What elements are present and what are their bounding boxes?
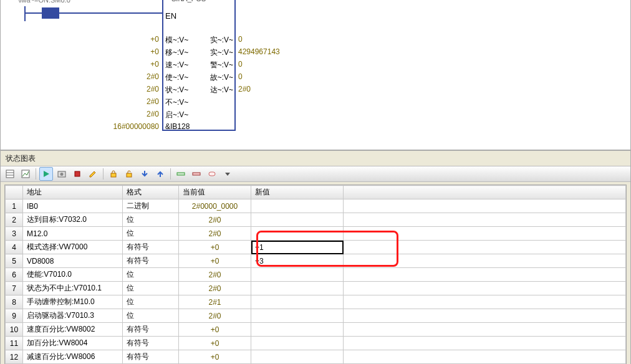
cell-address[interactable]: 减速百分比:VW8006: [23, 350, 123, 364]
contact-open[interactable]: [42, 7, 59, 19]
toolbar-btn-unlock[interactable]: [122, 167, 136, 181]
table-row[interactable]: 9启动驱动器:V7010.3位2#0: [6, 309, 626, 323]
toolbar-btn-delete-row[interactable]: [190, 167, 203, 181]
cell-address[interactable]: 加百分比:VW8004: [23, 337, 123, 350]
cell-new-value[interactable]: [251, 350, 344, 364]
cell-new-value[interactable]: [251, 213, 344, 227]
row-header[interactable]: 7: [6, 282, 23, 295]
toolbar-btn-write-all[interactable]: [138, 167, 152, 181]
cell-format[interactable]: 有符号: [123, 241, 179, 254]
fb-in-val: +0: [125, 60, 159, 69]
col-header-currentvalue[interactable]: 当前值: [179, 186, 251, 199]
row-header[interactable]: 2: [6, 213, 23, 227]
cell-format[interactable]: 位: [123, 227, 179, 241]
row-header[interactable]: 9: [6, 309, 23, 323]
cell-blank: [344, 227, 626, 241]
table-row[interactable]: 1IB0二进制2#0000_0000: [6, 199, 626, 213]
cell-address[interactable]: 速度百分比:VW8002: [23, 323, 123, 337]
col-header-newvalue[interactable]: 新值: [251, 186, 344, 199]
cell-format[interactable]: 有符号: [123, 254, 179, 268]
table-row[interactable]: 2达到目标:V7032.0位2#0: [6, 213, 626, 227]
cell-address[interactable]: 手动缠带控制:M10.0: [23, 295, 123, 309]
cell-address[interactable]: 使能:V7010.0: [23, 268, 123, 282]
row-header[interactable]: 3: [6, 227, 23, 241]
cell-format[interactable]: 位: [123, 213, 179, 227]
cell-blank: [344, 254, 626, 268]
svg-rect-0: [6, 170, 14, 178]
svg-marker-8: [90, 171, 95, 177]
svg-marker-4: [44, 171, 49, 177]
cell-address[interactable]: 模式选择:VW7000: [23, 241, 123, 254]
toolbar-btn-monitor[interactable]: [39, 167, 53, 181]
cell-new-value[interactable]: [251, 227, 344, 241]
cell-new-value[interactable]: +1: [251, 241, 344, 254]
cell-address[interactable]: 启动驱动器:V7010.3: [23, 309, 123, 323]
cell-format[interactable]: 有符号: [123, 337, 179, 350]
cell-format[interactable]: 有符号: [123, 323, 179, 337]
status-chart-title: 状态图表: [1, 151, 630, 166]
svg-point-6: [60, 173, 64, 176]
svg-rect-9: [111, 173, 116, 177]
ladder-scroll[interactable]: \lwa~=ON:SM0.0 SINA_POS EN +0 模~:V~ +0 移…: [1, 0, 630, 150]
table-row[interactable]: 8手动缠带控制:M10.0位2#1: [6, 295, 626, 309]
wire: [59, 12, 162, 14]
table-row[interactable]: 4模式选择:VW7000有符号+0+1: [6, 241, 626, 254]
row-header[interactable]: 8: [6, 295, 23, 309]
table-row[interactable]: 10速度百分比:VW8002有符号+0: [6, 323, 626, 337]
row-header[interactable]: 5: [6, 254, 23, 268]
status-toolbar: [1, 166, 630, 182]
toolbar-btn-trend-view[interactable]: [19, 167, 32, 181]
table-row[interactable]: 12减速百分比:VW8006有符号+0: [6, 350, 626, 364]
toolbar-btn-read-all[interactable]: [153, 167, 167, 181]
row-header[interactable]: 10: [6, 323, 23, 337]
table-row[interactable]: 3M12.0位2#0: [6, 227, 626, 241]
cell-format[interactable]: 位: [123, 282, 179, 295]
row-header[interactable]: 6: [6, 268, 23, 282]
cell-new-value[interactable]: [251, 199, 344, 213]
toolbar-btn-snapshot[interactable]: [55, 167, 69, 181]
cell-new-value[interactable]: [251, 309, 344, 323]
cell-new-value[interactable]: [251, 282, 344, 295]
fb-out-val: 4294967143: [238, 47, 280, 56]
cell-format[interactable]: 位: [123, 309, 179, 323]
toolbar-btn-lock[interactable]: [107, 167, 120, 181]
grid-corner[interactable]: [6, 186, 23, 199]
row-header[interactable]: 4: [6, 241, 23, 254]
cell-blank: [344, 309, 626, 323]
status-chart-panel: 状态图表: [0, 150, 631, 364]
cell-new-value[interactable]: [251, 268, 344, 282]
wire: [26, 12, 42, 14]
table-row[interactable]: 11加百分比:VW8004有符号+0: [6, 337, 626, 350]
cell-format[interactable]: 位: [123, 295, 179, 309]
table-row[interactable]: 6使能:V7010.0位2#0: [6, 268, 626, 282]
cell-new-value[interactable]: [251, 295, 344, 309]
cell-format[interactable]: 二进制: [123, 199, 179, 213]
col-header-blank: [344, 186, 626, 199]
toolbar-btn-edit[interactable]: [86, 167, 100, 181]
toolbar-btn-tag[interactable]: [205, 167, 219, 181]
cell-format[interactable]: 位: [123, 268, 179, 282]
cell-new-value[interactable]: [251, 337, 344, 350]
cell-new-value[interactable]: +3: [251, 254, 344, 268]
table-row[interactable]: 5VD8008有符号+0+3: [6, 254, 626, 268]
cell-address[interactable]: M12.0: [23, 227, 123, 241]
cell-address[interactable]: 达到目标:V7032.0: [23, 213, 123, 227]
status-grid[interactable]: 地址 格式 当前值 新值 1IB0二进制2#0000_00002达到目标:V70…: [4, 184, 627, 364]
row-header[interactable]: 12: [6, 350, 23, 364]
col-header-addr[interactable]: 地址: [23, 186, 123, 199]
table-row[interactable]: 7状态为不中止:V7010.1位2#0: [6, 282, 626, 295]
col-header-format[interactable]: 格式: [123, 186, 179, 199]
toolbar-btn-dropdown[interactable]: [221, 167, 234, 181]
cell-address[interactable]: IB0: [23, 199, 123, 213]
toolbar-btn-force[interactable]: [70, 167, 84, 181]
cell-new-value[interactable]: [251, 323, 344, 337]
toolbar-btn-insert-row[interactable]: [174, 167, 188, 181]
fb-in-lbl: 速~:V~: [165, 60, 188, 70]
cell-format[interactable]: 有符号: [123, 350, 179, 364]
cell-address[interactable]: 状态为不中止:V7010.1: [23, 282, 123, 295]
row-header[interactable]: 11: [6, 337, 23, 350]
row-header[interactable]: 1: [6, 199, 23, 213]
toolbar-btn-table-view[interactable]: [3, 167, 17, 181]
cell-current-value: +0: [179, 254, 251, 268]
cell-address[interactable]: VD8008: [23, 254, 123, 268]
